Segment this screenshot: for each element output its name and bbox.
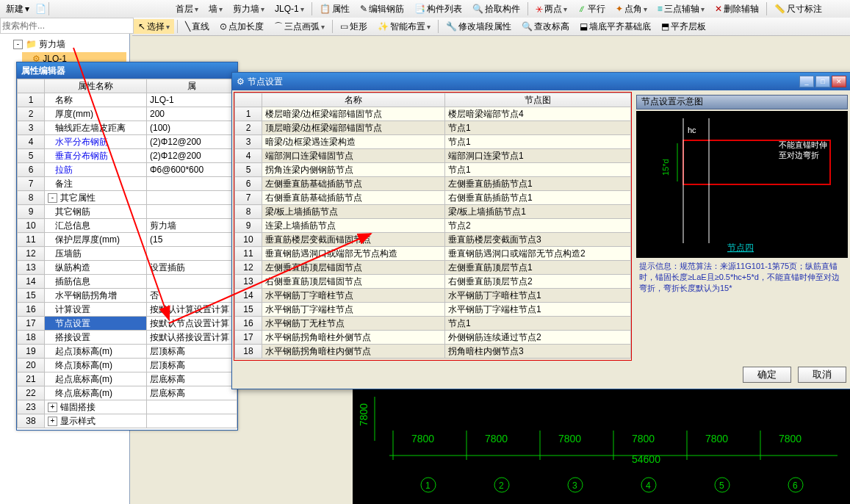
prop-name[interactable]: 其它钢筋: [45, 205, 147, 219]
cancel-button[interactable]: 取消: [798, 367, 846, 383]
node-img-value[interactable]: 左侧垂直筋插筋节点1: [445, 177, 631, 191]
wall-select[interactable]: 墙: [204, 1, 227, 16]
prop-value[interactable]: 按默认计算设置计算: [147, 303, 237, 317]
point-angle-button[interactable]: ✦点角: [611, 1, 652, 16]
prop-name[interactable]: 水平分布钢筋: [45, 135, 147, 149]
edit-rebar-button[interactable]: ✎编辑钢筋: [356, 1, 408, 16]
node-img-value[interactable]: 垂直筋楼层变截面节点3: [445, 233, 631, 247]
delete-aux-button[interactable]: ✕删除辅轴: [710, 1, 763, 16]
prop-name[interactable]: +锚固搭接: [45, 400, 147, 414]
modify-wall-button[interactable]: 🔧修改墙段属性: [442, 19, 516, 34]
prop-name[interactable]: 插筋信息: [45, 275, 147, 289]
add-point-button[interactable]: ⊙点加长度: [215, 19, 268, 34]
node-name[interactable]: 右侧垂直筋基础插筋节点: [262, 191, 445, 205]
base-flat-button[interactable]: ⬓墙底平齐基础底: [575, 19, 655, 34]
node-img-value[interactable]: 楼层暗梁端部节点4: [445, 107, 631, 121]
node-img-value[interactable]: 梁/板上墙插筋节点1: [445, 205, 631, 219]
prop-name[interactable]: 起点底标高(m): [45, 372, 147, 386]
node-name[interactable]: 右侧垂直筋顶层锚固节点: [262, 275, 445, 289]
node-img-value[interactable]: 右侧垂直筋顶层节点2: [445, 275, 631, 289]
two-point-button[interactable]: ⚹两点: [531, 1, 572, 16]
node-name[interactable]: 水平钢筋丁无柱节点: [262, 317, 445, 331]
node-name[interactable]: 梁/板上墙插筋节点: [262, 205, 445, 219]
prop-value[interactable]: 否: [147, 289, 237, 303]
parallel-button[interactable]: ⫽平行: [573, 1, 610, 16]
dimension-button[interactable]: 📏尺寸标注: [770, 1, 826, 16]
three-aux-button[interactable]: ≡三点辅轴: [653, 1, 709, 16]
node-name[interactable]: 左侧垂直筋顶层锚固节点: [262, 261, 445, 275]
node-img-value[interactable]: 节点1: [445, 121, 631, 135]
top-flat-button[interactable]: ⬒平齐层板: [657, 19, 710, 34]
properties-button[interactable]: 📋属性: [315, 1, 354, 16]
check-height-button[interactable]: 🔍查改标高: [517, 19, 574, 34]
rect-button[interactable]: ▭矩形: [336, 19, 372, 34]
node-name[interactable]: 暗梁/边框梁遇连梁构造: [262, 135, 445, 149]
prop-value[interactable]: (100): [147, 121, 237, 135]
node-name[interactable]: 拐角连梁内侧钢筋节点: [262, 163, 445, 177]
prop-name[interactable]: 厚度(mm): [45, 107, 147, 121]
prop-name[interactable]: 拉筋: [45, 163, 147, 177]
smart-layout-button[interactable]: ✨智能布置: [373, 19, 435, 34]
prop-name[interactable]: -其它属性: [45, 191, 147, 205]
prop-name[interactable]: 节点设置: [45, 317, 147, 331]
prop-name[interactable]: 终点底标高(m): [45, 386, 147, 400]
node-img-value[interactable]: 外侧钢筋连续通过节点2: [445, 331, 631, 345]
prop-value[interactable]: [147, 275, 237, 289]
layer-select[interactable]: 首层: [171, 1, 203, 16]
prop-value[interactable]: (2)Φ12@200: [147, 135, 237, 149]
prop-value[interactable]: [147, 177, 237, 191]
ok-button[interactable]: 确定: [743, 367, 791, 383]
node-name[interactable]: 水平钢筋丁字暗柱节点: [262, 289, 445, 303]
node-img-value[interactable]: 水平钢筋丁字端柱节点1: [445, 303, 631, 317]
prop-name[interactable]: 汇总信息: [45, 219, 147, 233]
arc-button[interactable]: ⌒三点画弧: [270, 19, 329, 34]
node-name[interactable]: 垂直筋楼层变截面锚固节点: [262, 233, 445, 247]
maximize-button[interactable]: □: [815, 76, 830, 87]
prop-name[interactable]: 垂直分布钢筋: [45, 149, 147, 163]
node-name[interactable]: 水平钢筋拐角暗柱外侧节点: [262, 331, 445, 345]
prop-value[interactable]: 层底标高: [147, 372, 237, 386]
node-name[interactable]: 水平钢筋拐角暗柱内侧节点: [262, 345, 445, 359]
prop-name[interactable]: 保护层厚度(mm): [45, 233, 147, 247]
search-input[interactable]: [0, 18, 134, 34]
prop-value[interactable]: 设置插筋: [147, 261, 237, 275]
prop-value[interactable]: 层顶标高: [147, 345, 237, 359]
node-img-value[interactable]: 节点1: [445, 135, 631, 149]
prop-value[interactable]: 层底标高: [147, 386, 237, 400]
tree-root[interactable]: -📁 剪力墙: [3, 37, 126, 52]
node-img-value[interactable]: 节点2: [445, 219, 631, 233]
node-img-value[interactable]: 节点1: [445, 317, 631, 331]
prop-value[interactable]: [147, 205, 237, 219]
node-name[interactable]: 连梁上墙插筋节点: [262, 219, 445, 233]
prop-name[interactable]: 计算设置: [45, 303, 147, 317]
prop-value[interactable]: JLQ-1: [147, 93, 237, 107]
node-img-value[interactable]: 水平钢筋丁字暗柱节点1: [445, 289, 631, 303]
node-img-value[interactable]: 右侧垂直筋插筋节点1: [445, 191, 631, 205]
node-img-value[interactable]: 节点1: [445, 163, 631, 177]
prop-name[interactable]: 终点顶标高(m): [45, 359, 147, 372]
prop-name[interactable]: 搭接设置: [45, 331, 147, 345]
prop-value[interactable]: 按默认节点设置计算: [147, 317, 237, 331]
prop-value[interactable]: 按默认搭接设置计算: [147, 331, 237, 345]
node-name[interactable]: 水平钢筋丁字端柱节点: [262, 303, 445, 317]
node-img-value[interactable]: 左侧垂直筋顶层节点1: [445, 261, 631, 275]
node-name[interactable]: 端部洞口连梁锚固节点: [262, 149, 445, 163]
shearwall-select[interactable]: 剪力墙: [228, 1, 269, 16]
prop-name[interactable]: +显示样式: [45, 414, 147, 428]
node-name[interactable]: 楼层暗梁/边框梁端部锚固节点: [262, 107, 445, 121]
node-img-value[interactable]: 拐角暗柱内侧节点3: [445, 345, 631, 359]
prop-value[interactable]: 层顶标高: [147, 359, 237, 372]
prop-value[interactable]: 200: [147, 107, 237, 121]
prop-name[interactable]: 名称: [45, 93, 147, 107]
prop-name[interactable]: 压墙筋: [45, 247, 147, 261]
close-button[interactable]: ✕: [832, 76, 846, 87]
prop-name[interactable]: 水平钢筋拐角增: [45, 289, 147, 303]
prop-name[interactable]: 纵筋构造: [45, 261, 147, 275]
prop-value[interactable]: (15: [147, 233, 237, 247]
minimize-button[interactable]: _: [799, 76, 814, 87]
pick-button[interactable]: 🔍拾取构件: [468, 1, 525, 16]
prop-value[interactable]: (2)Φ12@200: [147, 149, 237, 163]
prop-name[interactable]: 轴线距左墙皮距离: [45, 121, 147, 135]
prop-name[interactable]: 起点顶标高(m): [45, 345, 147, 359]
prop-value[interactable]: [147, 400, 237, 414]
